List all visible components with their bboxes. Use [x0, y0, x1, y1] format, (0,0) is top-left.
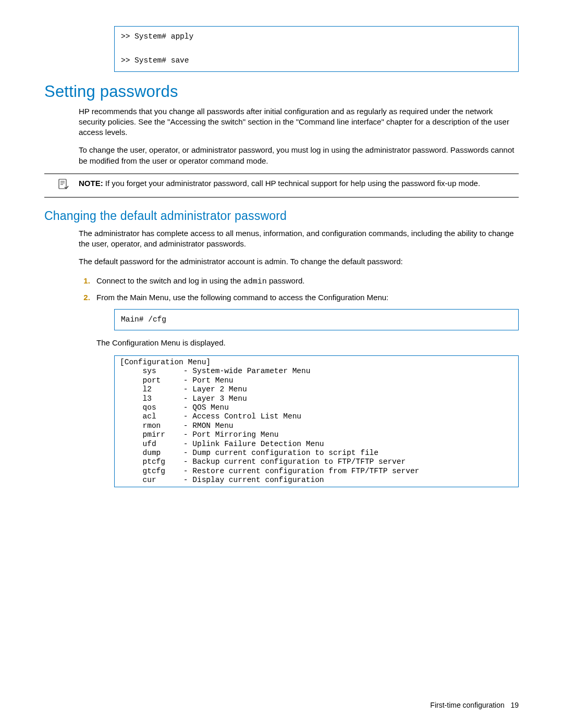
footer-section: First-time configuration — [430, 701, 504, 709]
heading-setting-passwords: Setting passwords — [44, 82, 519, 101]
note-body: If you forget your administrator passwor… — [103, 179, 480, 188]
note-container: NOTE: If you forget your administrator p… — [44, 174, 519, 198]
paragraph-default-password: The default password for the administrat… — [79, 256, 519, 267]
code-block-config-menu: [Configuration Menu] sys - System-wide P… — [114, 355, 519, 487]
step-1-text-b: password. — [267, 276, 305, 285]
step-1-code: admin — [243, 277, 267, 286]
footer-page: 19 — [510, 701, 519, 709]
note-label: NOTE: — [79, 179, 103, 188]
step-1: Connect to the switch and log in using t… — [92, 275, 519, 288]
steps-list: Connect to the switch and log in using t… — [79, 275, 519, 304]
code-block-cfg: Main# /cfg — [114, 309, 519, 330]
page: >> System# apply >> System# save Setting… — [0, 0, 563, 728]
paragraph-admin-access: The administrator has complete access to… — [79, 228, 519, 250]
paragraph-config-displayed: The Configuration Menu is displayed. — [96, 338, 519, 348]
paragraph-change-note: To change the user, operator, or adminis… — [79, 145, 519, 166]
step-2: From the Main Menu, use the following co… — [92, 291, 519, 304]
paragraph-recommendation: HP recommends that you change all passwo… — [79, 106, 519, 138]
note-icon — [44, 178, 79, 193]
step-1-text-a: Connect to the switch and log in using t… — [96, 276, 243, 285]
code-block-system: >> System# apply >> System# save — [114, 26, 519, 72]
footer: First-time configuration 19 — [430, 701, 519, 709]
heading-changing-password: Changing the default administrator passw… — [44, 209, 519, 223]
note-text: NOTE: If you forget your administrator p… — [79, 178, 480, 189]
